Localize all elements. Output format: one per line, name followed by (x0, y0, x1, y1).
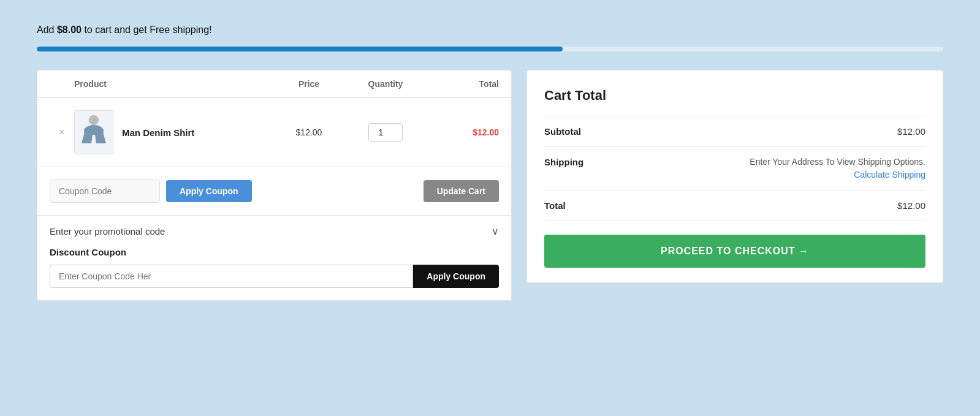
banner-suffix: to cart and get Free shipping! (82, 25, 212, 35)
total-value: $12.00 (897, 200, 925, 211)
promo-accordion: Enter your promotional code ∨ Discount C… (37, 215, 511, 300)
apply-coupon-button[interactable]: Apply Coupon (166, 180, 252, 202)
product-image (79, 113, 108, 152)
remove-item-button[interactable]: × (50, 127, 74, 138)
discount-apply-button[interactable]: Apply Coupon (413, 265, 499, 288)
shipping-label: Shipping (544, 157, 583, 167)
cart-total-title: Cart Total (544, 88, 925, 104)
calculate-shipping-link[interactable]: Calculate Shipping (854, 170, 925, 180)
product-price: $12.00 (272, 127, 346, 137)
shipping-row: Shipping Enter Your Address To View Ship… (544, 146, 925, 190)
discount-coupon-input[interactable] (50, 265, 413, 288)
product-quantity-cell (346, 123, 425, 142)
product-line-total: $12.00 (425, 127, 499, 137)
subtotal-value: $12.00 (897, 126, 925, 137)
col-header-quantity: Quantity (346, 79, 425, 89)
col-header-product: Product (74, 79, 272, 89)
product-name: Man Denim Shirt (122, 127, 194, 138)
coupon-code-input[interactable] (50, 180, 160, 203)
cart-actions-row: Apply Coupon Update Cart (37, 167, 511, 215)
subtotal-row: Subtotal $12.00 (544, 116, 925, 146)
chevron-down-icon: ∨ (492, 225, 499, 237)
promo-header-label: Enter your promotional code (50, 226, 165, 236)
progress-bar-fill (37, 47, 563, 51)
discount-coupon-label: Discount Coupon (50, 247, 499, 257)
proceed-to-checkout-button[interactable]: PROCEED TO CHECKOUT → (544, 235, 925, 268)
svg-point-0 (89, 115, 99, 125)
shipping-info: Enter Your Address To View Shipping Opti… (750, 157, 925, 180)
cart-total-panel: Cart Total Subtotal $12.00 Shipping Ente… (526, 70, 943, 283)
quantity-input[interactable] (368, 123, 403, 142)
product-thumbnail (74, 110, 113, 154)
table-row: × Man Denim Shirt $12.00 $12.00 (37, 98, 511, 167)
col-header-total: Total (425, 79, 499, 89)
free-shipping-banner: Add $8.00 to cart and get Free shipping! (37, 25, 943, 36)
main-content: Product Price Quantity Total × Man Denim… (37, 70, 943, 301)
shipping-address-prompt: Enter Your Address To View Shipping Opti… (750, 157, 925, 167)
subtotal-label: Subtotal (544, 126, 581, 137)
banner-amount: $8.00 (57, 25, 82, 35)
cart-table-header: Product Price Quantity Total (37, 70, 511, 98)
promo-accordion-body: Discount Coupon Apply Coupon (37, 247, 511, 300)
col-header-empty (50, 79, 74, 89)
discount-coupon-row: Apply Coupon (50, 265, 499, 288)
col-header-price: Price (272, 79, 346, 89)
promo-accordion-header[interactable]: Enter your promotional code ∨ (37, 216, 511, 247)
banner-prefix: Add (37, 25, 57, 35)
product-info: Man Denim Shirt (74, 110, 272, 154)
total-label: Total (544, 200, 566, 211)
update-cart-button[interactable]: Update Cart (424, 180, 499, 202)
cart-panel: Product Price Quantity Total × Man Denim… (37, 70, 512, 301)
progress-bar-container (37, 47, 943, 51)
total-row: Total $12.00 (544, 190, 925, 221)
